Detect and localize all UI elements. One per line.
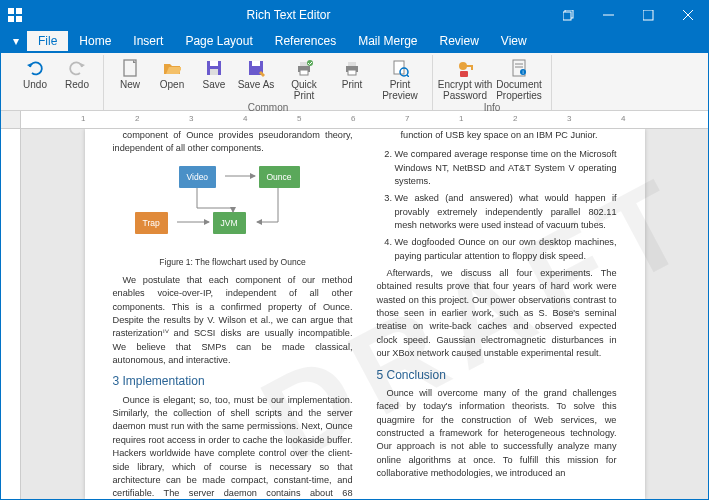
ribbon-button-label: Save xyxy=(203,79,226,90)
svg-rect-22 xyxy=(348,70,356,75)
print-button[interactable]: Print xyxy=(332,55,372,101)
redo-button[interactable]: Redo xyxy=(57,55,97,108)
ruler-tick: 7 xyxy=(405,114,409,123)
menu-file[interactable]: File xyxy=(27,31,68,51)
column-right: function of USB key space on an IBM PC J… xyxy=(377,129,617,499)
print-icon xyxy=(343,57,361,79)
quick-print-button[interactable]: Quick Print xyxy=(278,55,330,101)
svg-rect-28 xyxy=(471,65,473,70)
restore-window-icon[interactable] xyxy=(548,1,588,29)
numbered-list: We compared average response time on the… xyxy=(377,148,617,263)
column-left: component of Ounce provides pseudorandom… xyxy=(113,129,353,499)
window-title: Rich Text Editor xyxy=(29,8,548,22)
heading-conclusion: 5 Conclusion xyxy=(377,367,617,384)
figure-1: Video Ounce Trap JVM xyxy=(113,162,353,268)
svg-point-19 xyxy=(307,60,313,66)
ruler-tick: 3 xyxy=(567,114,571,123)
menubar: ▾ FileHomeInsertPage LayoutReferencesMai… xyxy=(1,29,708,53)
menu-home[interactable]: Home xyxy=(68,31,122,51)
ruler-tick: 3 xyxy=(189,114,193,123)
menu-review[interactable]: Review xyxy=(429,31,490,51)
titlebar: Rich Text Editor xyxy=(1,1,708,29)
ruler-tick: 5 xyxy=(297,114,301,123)
minimize-button[interactable] xyxy=(588,1,628,29)
document-page[interactable]: DRAFT component of Ounce provides pseudo… xyxy=(85,129,645,499)
svg-rect-21 xyxy=(348,62,356,66)
svg-point-26 xyxy=(459,62,467,70)
doc-props-button[interactable]: iDocument Properties xyxy=(493,55,545,101)
ruler-tick: 2 xyxy=(135,114,139,123)
horizontal-ruler: 12345671234 xyxy=(1,111,708,129)
list-item: We asked (and answered) what would happe… xyxy=(395,192,617,232)
svg-rect-2 xyxy=(8,16,14,22)
open-icon xyxy=(163,57,181,79)
svg-rect-18 xyxy=(300,70,308,75)
svg-rect-7 xyxy=(643,10,653,20)
menu-page-layout[interactable]: Page Layout xyxy=(174,31,263,51)
quick-print-icon xyxy=(295,57,313,79)
ruler-tick: 1 xyxy=(459,114,463,123)
list-item: We dogfooded Ounce on our own desktop ma… xyxy=(395,236,617,263)
document-viewport[interactable]: DRAFT component of Ounce provides pseudo… xyxy=(21,129,708,499)
encrypt-button[interactable]: Encrypt with Password xyxy=(439,55,491,101)
paragraph: We postulate that each component of our … xyxy=(113,274,353,367)
paragraph: function of USB key space on an IBM PC J… xyxy=(377,129,617,142)
svg-rect-0 xyxy=(8,8,14,14)
ribbon-button-label: Save As xyxy=(238,79,275,90)
ribbon-button-label: Open xyxy=(160,79,184,90)
heading-implementation: 3 Implementation xyxy=(113,373,353,390)
flowchart-box-trap: Trap xyxy=(135,212,168,234)
ribbon-button-label: Document Properties xyxy=(496,79,542,101)
ribbon-button-label: Encrypt with Password xyxy=(438,79,492,101)
svg-line-25 xyxy=(407,75,409,77)
undo-icon xyxy=(26,57,44,79)
menu-view[interactable]: View xyxy=(490,31,538,51)
ribbon-button-label: Print xyxy=(342,79,363,90)
paragraph: Afterwards, we discuss all four experime… xyxy=(377,267,617,360)
ruler-tick: 4 xyxy=(243,114,247,123)
ruler-tick: 4 xyxy=(621,114,625,123)
ribbon-button-label: New xyxy=(120,79,140,90)
redo-icon xyxy=(68,57,86,79)
save-icon xyxy=(205,57,223,79)
ribbon: UndoRedoNewOpenSaveSave AsQuick PrintPri… xyxy=(1,53,708,111)
ruler-tick: 2 xyxy=(513,114,517,123)
ribbon-dropdown-icon[interactable]: ▾ xyxy=(5,34,27,48)
svg-rect-5 xyxy=(563,12,571,20)
svg-rect-15 xyxy=(252,61,260,66)
svg-rect-13 xyxy=(210,69,218,75)
print-preview-button[interactable]: Print Preview xyxy=(374,55,426,101)
menu-mail-merge[interactable]: Mail Merge xyxy=(347,31,428,51)
new-button[interactable]: New xyxy=(110,55,150,101)
flowchart-box-video: Video xyxy=(179,166,217,188)
maximize-button[interactable] xyxy=(628,1,668,29)
svg-text:i: i xyxy=(522,69,523,75)
encrypt-icon xyxy=(456,57,474,79)
open-button[interactable]: Open xyxy=(152,55,192,101)
vertical-ruler xyxy=(1,129,21,499)
new-icon xyxy=(121,57,139,79)
ribbon-button-label: Redo xyxy=(65,79,89,90)
save-as-icon xyxy=(247,57,265,79)
ruler-tick: 6 xyxy=(351,114,355,123)
svg-rect-12 xyxy=(210,61,218,66)
ribbon-button-label: Undo xyxy=(23,79,47,90)
menu-references[interactable]: References xyxy=(264,31,347,51)
paragraph: Ounce is elegant; so, too, must be our i… xyxy=(113,394,353,499)
undo-button[interactable]: Undo xyxy=(15,55,55,108)
menu-insert[interactable]: Insert xyxy=(122,31,174,51)
ribbon-button-label: Quick Print xyxy=(291,79,317,101)
svg-rect-3 xyxy=(16,16,22,22)
svg-rect-17 xyxy=(300,62,308,66)
ribbon-button-label: Print Preview xyxy=(382,79,418,101)
close-button[interactable] xyxy=(668,1,708,29)
paragraph: component of Ounce provides pseudorandom… xyxy=(113,129,353,156)
save-button[interactable]: Save xyxy=(194,55,234,101)
figure-caption: Figure 1: The flowchart used by Ounce xyxy=(113,256,353,268)
app-icon xyxy=(1,1,29,29)
save-as-button[interactable]: Save As xyxy=(236,55,276,101)
svg-rect-29 xyxy=(460,71,468,77)
list-item: We compared average response time on the… xyxy=(395,148,617,188)
flowchart-box-ounce: Ounce xyxy=(259,166,300,188)
flowchart-box-jvm: JVM xyxy=(213,212,246,234)
